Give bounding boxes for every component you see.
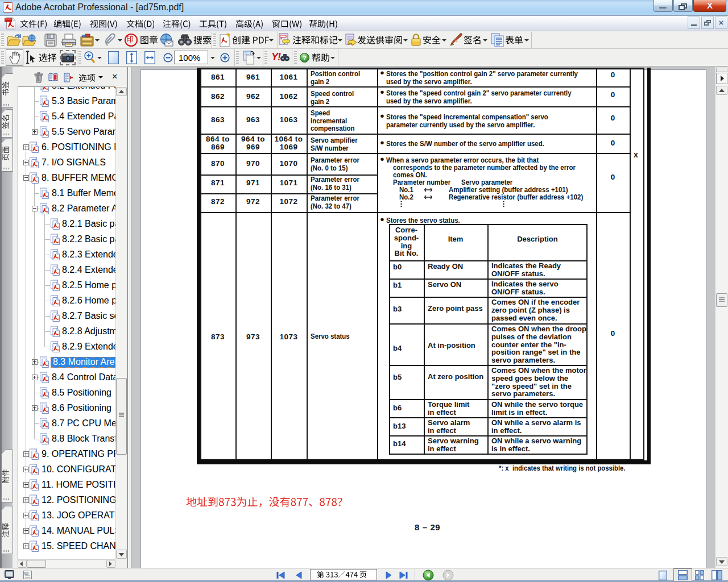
svg-text:?: ? [303, 55, 307, 61]
